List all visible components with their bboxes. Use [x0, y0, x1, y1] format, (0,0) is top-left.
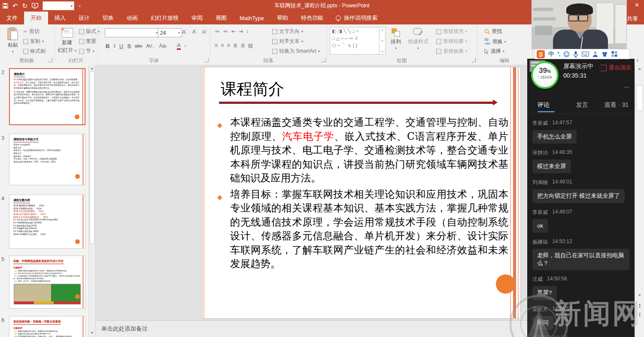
smartart-label: 转换为 SmartArt — [279, 48, 316, 55]
format-painter-button[interactable]: 格式刷 — [23, 48, 46, 55]
shape-fill-button[interactable]: 形状填充▿ — [436, 28, 467, 35]
shapes-row-1[interactable]: ◧ ◨ ╲ ╲ □ ○ — [330, 27, 379, 35]
reset-button[interactable]: 重置 — [79, 38, 96, 45]
strikethrough-button[interactable]: abc — [135, 43, 143, 48]
font-name-combo[interactable]: ▾ — [105, 28, 160, 37]
find-button[interactable]: 查找 — [484, 28, 502, 35]
skin-shirt-icon[interactable] — [601, 51, 608, 57]
new-slide-button[interactable]: 新建 幻灯片 ▾ — [57, 27, 77, 54]
gallery-scroll-down-icon[interactable]: ∨ — [381, 39, 383, 42]
thumbnail-slide-5[interactable]: 实验：车联网信息服务系统软件设计开发 实验要求: （1）掌握车联网信息服务系统工… — [9, 256, 85, 309]
tab-design[interactable]: 设计 — [72, 12, 96, 24]
thumbnail-scrollbar[interactable]: ▲ ▼ — [88, 65, 95, 337]
tab-speak[interactable]: 发言 — [576, 101, 588, 109]
tab-insert[interactable]: 插入 — [48, 12, 72, 24]
font-name-dropdown-icon[interactable]: ▾ — [156, 31, 158, 35]
reset-label: 重置 — [86, 38, 96, 45]
scroll-up-icon[interactable]: ▲ — [89, 66, 95, 70]
text-direction-button[interactable]: 文字方向▾ — [272, 28, 303, 35]
keyboard-icon[interactable] — [582, 51, 589, 57]
font-size-combo[interactable]: 24▾ — [158, 28, 182, 37]
drawing-dialog-launcher[interactable] — [471, 58, 476, 62]
tab-transitions[interactable]: 切换 — [96, 12, 120, 24]
thumb-orange-dot — [75, 294, 80, 299]
font-color-dropdown-icon[interactable]: ▿ — [185, 44, 186, 48]
slide-body-textbox[interactable]: ◆本课程涵盖交通类专业的交通工程学、交通管理与控制、自动控制原理、汽车电子学、嵌… — [230, 115, 508, 273]
character-spacing-button[interactable]: AV↔ — [146, 43, 155, 48]
cut-button[interactable]: ✂剪切 — [23, 28, 39, 35]
thumbnail-slide-4[interactable]: 课程主要内容 第1章 物联网/车联网概述 2学时 第2章 车联网理论基础 4学时… — [9, 195, 85, 249]
tab-comments[interactable]: 评论 — [538, 101, 550, 109]
font-size-dropdown-icon[interactable]: ▾ — [178, 31, 180, 35]
change-case-button[interactable]: Aa▿ — [159, 43, 167, 49]
text-shadow-button[interactable]: S — [127, 43, 131, 49]
thumbnail-slide-6[interactable]: 返校选做实验：实验箱—车载无线通信 实验要求: （1）掌握车载网络通信原理，掌握… — [9, 316, 85, 337]
arrange-button[interactable]: 排列 ▾ — [387, 28, 404, 51]
shapes-gallery[interactable]: ◧ ◨ ╲ ╲ □ ○ □ △ ⌐ ⌐ ⇨ ⇩ ⬠ ~ ⌒ ∿ { } ∧ ∨ … — [330, 27, 386, 54]
tab-animations[interactable]: 动画 — [120, 12, 144, 24]
scrollbar-thumb[interactable] — [90, 72, 94, 244]
grow-font-button[interactable]: Aˆ — [182, 29, 187, 35]
tab-help[interactable]: 帮助 — [270, 12, 295, 24]
ime-mode-chinese[interactable]: 中 — [548, 50, 554, 58]
replace-button[interactable]: ab⤷ac 替换 ▾ — [484, 38, 506, 45]
shape-effects-button[interactable]: 形状效果▿ — [436, 48, 467, 55]
slide-canvas[interactable]: 课程简介 ◆本课程涵盖交通类专业的交通工程学、交通管理与控制、自动控制原理、汽车… — [202, 67, 520, 318]
alignment-icons[interactable]: ≡ ≡ ≡ ≣ ≣ ▤ — [215, 42, 254, 48]
user-profile-icon[interactable] — [592, 51, 598, 57]
notes-placeholder[interactable]: 单击此处添加备注 — [101, 325, 148, 333]
clipboard-dialog-launcher[interactable] — [48, 58, 52, 62]
list-indent-spacing-icons[interactable]: ≔ ≕ ⇤ ⇥ ↕ — [215, 28, 249, 34]
thumbnail-slide-3[interactable]: 课程安排与考核方式 32学时 专业选修课 授课方式： 讲授为主，结合各类案例和课… — [9, 134, 85, 185]
align-text-label: 对齐文本 — [279, 38, 300, 45]
close-button[interactable]: × — [635, 1, 639, 9]
collapse-ribbon-icon[interactable]: ∧ — [636, 58, 639, 63]
convert-smartart-button[interactable]: 转换为 SmartArt▾ — [272, 48, 320, 55]
tab-file[interactable]: 文件 — [0, 12, 24, 24]
sender-name: 李家威 — [532, 209, 548, 216]
shapes-row-3[interactable]: ⬠ ~ ⌒ ∿ { } — [330, 42, 379, 49]
gallery-more-icon[interactable]: ∨ — [381, 50, 383, 53]
exit-presentation-button[interactable]: 退出演示 — [601, 64, 631, 72]
shrink-font-button[interactable]: Aˇ — [192, 29, 197, 35]
quick-styles-button[interactable]: 快速样式 ▾ — [407, 28, 429, 51]
section-button[interactable]: 节▾ — [79, 48, 94, 55]
replace-dropdown-icon: ▾ — [504, 40, 506, 44]
paste-button[interactable]: 粘贴 ▾ — [3, 27, 22, 54]
toolbox-grid-icon[interactable] — [611, 51, 617, 57]
tab-slideshow[interactable]: 幻灯片放映 — [144, 12, 185, 24]
font-size-value: 24 — [160, 30, 166, 36]
scroll-up-icon[interactable]: ▲ — [635, 67, 644, 71]
share-button[interactable]: 共享 — [627, 15, 638, 23]
tell-me-search[interactable]: 操作说明搜索 — [336, 12, 377, 24]
bold-button[interactable]: B — [106, 43, 109, 49]
font-dialog-launcher[interactable] — [204, 58, 209, 62]
tab-home[interactable]: 开始 — [24, 12, 48, 24]
tab-review[interactable]: 审阅 — [185, 12, 209, 24]
scrollbar-thumb[interactable] — [636, 85, 643, 111]
copy-button[interactable]: 复制▾ — [23, 38, 44, 45]
gallery-scroll-up-icon[interactable]: ∧ — [381, 28, 383, 32]
clear-formatting-button[interactable]: A̸ — [202, 29, 206, 35]
shapes-row-2[interactable]: □ △ ⌐ ⌐ ⇨ ⇩ — [330, 35, 379, 42]
tab-special-features[interactable]: 特色功能 — [295, 12, 330, 24]
ime-punctuation[interactable]: °, — [557, 51, 560, 57]
italic-button[interactable]: I — [113, 42, 115, 49]
tab-viewers[interactable]: 观看 · 31 — [605, 101, 629, 109]
select-button[interactable]: 选择 ▾ — [484, 48, 504, 55]
layout-button[interactable]: 版式▾ — [79, 28, 100, 35]
underline-button[interactable]: U — [119, 43, 123, 49]
sogou-logo-icon[interactable]: S — [537, 50, 545, 58]
thumbnail-slide-2[interactable]: 课程简介 ◆ 本课程涵盖交通类专业的交通工程学、交通管理与控制、自动控制原理、汽… — [9, 68, 85, 125]
shape-outline-button[interactable]: 形状轮廓▿ — [436, 38, 467, 45]
scroll-down-icon[interactable]: ▼ — [89, 331, 95, 335]
align-text-button[interactable]: 对齐文本▾ — [272, 38, 303, 45]
paragraph-dialog-launcher[interactable] — [321, 58, 325, 62]
microphone-icon[interactable] — [573, 51, 578, 57]
tab-view[interactable]: 视图 — [209, 12, 233, 24]
emoji-icon[interactable] — [563, 51, 570, 57]
font-color-button[interactable]: A — [177, 42, 181, 50]
tab-mathtype[interactable]: MathType — [233, 12, 270, 24]
reset-icon — [79, 39, 84, 44]
slide-title[interactable]: 课程简介 — [221, 78, 284, 100]
